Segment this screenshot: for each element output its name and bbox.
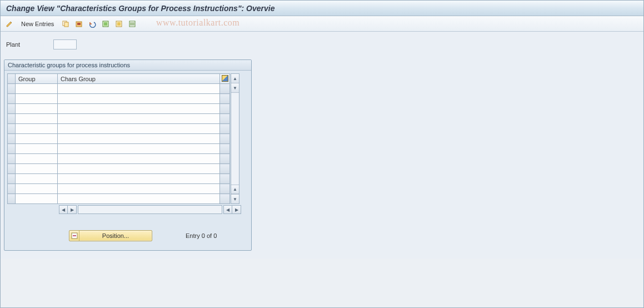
table-row[interactable]: [8, 154, 230, 164]
table-row[interactable]: [8, 114, 230, 124]
row-selector[interactable]: [8, 134, 16, 144]
cell-trailing: [220, 164, 230, 174]
characteristics-table[interactable]: Group Chars Group: [7, 73, 230, 204]
table-row[interactable]: [8, 104, 230, 114]
cell-group[interactable]: [16, 154, 58, 164]
cell-chars-group[interactable]: [58, 134, 220, 144]
row-selector[interactable]: [8, 124, 16, 134]
deselect-all-button[interactable]: [127, 18, 138, 29]
table-row[interactable]: [8, 84, 230, 94]
cell-chars-group[interactable]: [58, 174, 220, 184]
cell-group[interactable]: [16, 114, 58, 124]
cell-group[interactable]: [16, 94, 58, 104]
column-header-group[interactable]: Group: [16, 74, 58, 84]
row-selector[interactable]: [8, 144, 16, 154]
cell-group[interactable]: [16, 104, 58, 114]
cell-chars-group[interactable]: [58, 164, 220, 174]
table-settings-icon: [222, 75, 228, 82]
cell-chars-group[interactable]: [58, 124, 220, 134]
row-selector-header[interactable]: [8, 74, 16, 84]
undo-icon: [88, 20, 96, 28]
cell-chars-group[interactable]: [58, 184, 220, 194]
vertical-scrollbar[interactable]: ▲ ▼ ▲ ▼: [231, 73, 239, 204]
scroll-track[interactable]: [231, 93, 239, 185]
table-row[interactable]: [8, 184, 230, 194]
scroll-down2-button[interactable]: ▲: [231, 185, 239, 194]
row-selector[interactable]: [8, 184, 16, 194]
undo-button[interactable]: [87, 18, 98, 29]
row-selector[interactable]: [8, 104, 16, 114]
table-row[interactable]: [8, 134, 230, 144]
cell-group[interactable]: [16, 164, 58, 174]
scroll-down-button[interactable]: ▼: [231, 194, 239, 203]
content-area: Plant Characteristic groups for process …: [1, 32, 643, 259]
plant-input[interactable]: [53, 39, 77, 49]
select-all-icon: [102, 20, 109, 28]
cell-trailing: [220, 174, 230, 184]
scroll-left-button[interactable]: ◀: [59, 205, 68, 214]
row-selector[interactable]: [8, 174, 16, 184]
cell-chars-group[interactable]: [58, 144, 220, 154]
cell-group[interactable]: [16, 124, 58, 134]
select-block-button[interactable]: [113, 18, 124, 29]
cell-trailing: [220, 94, 230, 104]
cell-group[interactable]: [16, 134, 58, 144]
row-selector[interactable]: [8, 94, 16, 104]
cell-group[interactable]: [16, 184, 58, 194]
hscroll-track[interactable]: [78, 206, 222, 213]
cell-group[interactable]: [16, 84, 58, 94]
new-entries-button[interactable]: New Entries: [17, 18, 58, 29]
edit-button[interactable]: [4, 18, 15, 29]
svg-rect-3: [77, 23, 81, 25]
horizontal-scrollbar[interactable]: [78, 205, 222, 214]
cell-trailing: [220, 114, 230, 124]
cell-trailing: [220, 84, 230, 94]
row-selector[interactable]: [8, 114, 16, 124]
scroll-left-step-button[interactable]: ◀: [223, 205, 232, 214]
copy-button[interactable]: [60, 18, 71, 29]
row-selector[interactable]: [8, 164, 16, 174]
cell-trailing: [220, 134, 230, 144]
cell-chars-group[interactable]: [58, 94, 220, 104]
svg-rect-7: [117, 22, 121, 26]
cell-group[interactable]: [16, 144, 58, 154]
panel-footer: Position... Entry 0 of 0: [4, 217, 251, 250]
table-row[interactable]: [8, 174, 230, 184]
scroll-up-button[interactable]: ▲: [231, 74, 239, 83]
row-selector[interactable]: [8, 194, 16, 204]
page-title: Change View "Characteristics Groups for …: [6, 4, 274, 13]
select-block-icon: [115, 20, 123, 28]
cell-trailing: [220, 184, 230, 194]
cell-group[interactable]: [16, 174, 58, 184]
cell-chars-group[interactable]: [58, 104, 220, 114]
cell-group[interactable]: [16, 194, 58, 204]
grid-region: Group Chars Group ▲ ▼ ▲ ▼: [4, 71, 251, 205]
deselect-all-icon: [128, 20, 136, 28]
column-header-chars-group[interactable]: Chars Group: [58, 74, 220, 84]
cell-trailing: [220, 104, 230, 114]
position-button[interactable]: Position...: [69, 230, 152, 241]
table-row[interactable]: [8, 164, 230, 174]
table-row[interactable]: [8, 124, 230, 134]
scroll-right-step-button[interactable]: ▶: [68, 205, 77, 214]
copy-icon: [62, 20, 69, 28]
select-all-button[interactable]: [100, 18, 111, 29]
hscroll-left-buttons: ◀ ▶: [59, 205, 77, 214]
table-row[interactable]: [8, 94, 230, 104]
row-selector[interactable]: [8, 84, 16, 94]
cell-chars-group[interactable]: [58, 194, 220, 204]
table-row[interactable]: [8, 194, 230, 204]
table-row[interactable]: [8, 144, 230, 154]
cell-chars-group[interactable]: [58, 84, 220, 94]
cell-chars-group[interactable]: [58, 114, 220, 124]
row-selector[interactable]: [8, 154, 16, 164]
svg-rect-5: [104, 22, 107, 26]
scroll-up2-button[interactable]: ▼: [231, 83, 239, 93]
plant-label: Plant: [6, 41, 53, 48]
cell-trailing: [220, 154, 230, 164]
column-header-config[interactable]: [220, 74, 230, 84]
scroll-right-button[interactable]: ▶: [232, 205, 241, 214]
delete-button[interactable]: [73, 18, 84, 29]
cell-chars-group[interactable]: [58, 154, 220, 164]
position-button-label: Position...: [79, 232, 152, 239]
